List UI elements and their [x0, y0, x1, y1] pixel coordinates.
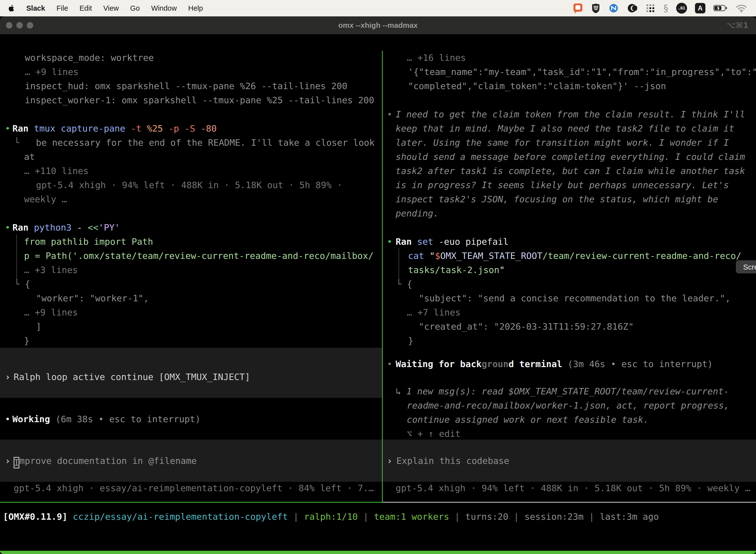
terminal-line: continue assigned work or next feasible …	[0, 412, 756, 427]
terminal-line: … +7 lines	[0, 305, 756, 320]
percent-badge-icon[interactable]: ..61	[676, 3, 687, 14]
squiggle-icon[interactable]: §	[664, 3, 668, 14]
menu-app-name[interactable]: Slack	[26, 4, 45, 12]
terminal-line: "completed","claim_token":"claim-token"}…	[0, 79, 756, 93]
window-shortcut-badge: ⌥⌘1	[727, 16, 749, 34]
terminal-line: ⌥ + ↑ edit	[0, 427, 756, 441]
terminal-line: is in progress? It seems likely but perh…	[0, 178, 756, 192]
screen-tooltip: Scre	[736, 260, 756, 273]
terminal-line: task2 after task1 is complete, but can I…	[0, 164, 756, 178]
wifi-icon[interactable]	[736, 4, 747, 12]
terminal-line: └ {	[0, 277, 756, 291]
right-pane-bottom-border	[383, 502, 756, 503]
terminal-line: inspect task2's JSON, focusing on the st…	[0, 192, 756, 206]
terminal-line: pending.	[0, 206, 756, 220]
menu-item-window[interactable]: Window	[151, 4, 177, 12]
window-title: omx --xhigh --madmax	[0, 16, 756, 34]
terminal-line: readme-and-reco/mailbox/worker-1.json, a…	[0, 398, 756, 412]
terminal-line: ›Ralph loop active continue [OMX_TMUX_IN…	[0, 370, 756, 384]
terminal-line: •Waiting for background terminal (3m 46s…	[0, 357, 756, 371]
terminal-line: [OMX#0.11.9] cczip/essay/ai-reimplementa…	[0, 510, 756, 524]
terminal-line: keep that in mind. Maybe I also need the…	[0, 121, 756, 135]
terminal-line: ›Explain this codebase	[0, 454, 756, 468]
menu-bar: Slack FileEditViewGoWindowHelp § ..61 A	[0, 0, 756, 16]
terminal-line: inspect_worker-1: omx sparkshell --tmux-…	[0, 93, 756, 107]
terminal-line: should send a message before completing …	[0, 150, 756, 164]
terminal-line: cat "$OMX_TEAM_STATE_ROOT/team/review-cu…	[0, 249, 756, 263]
battery-icon[interactable]	[713, 4, 728, 12]
shield-icon[interactable]	[591, 3, 601, 13]
window-title-bar[interactable]: omx --xhigh --madmax ⌥⌘1	[0, 16, 756, 34]
terminal-line: tasks/task-2.json"	[0, 263, 756, 277]
terminal-window: omx --xhigh --madmax ⌥⌘1 workspace_mode:…	[0, 16, 756, 554]
tmux-pane-divider[interactable]	[382, 51, 383, 503]
chat-app-icon[interactable]	[573, 3, 583, 14]
menu-item-go[interactable]: Go	[130, 4, 140, 12]
menu-item-edit[interactable]: Edit	[80, 4, 92, 12]
terminal-line: }	[0, 334, 756, 348]
tmux-host-clock-label: "MacBook-Pro-44.local" 05:03 31-Mar-26	[550, 551, 754, 554]
menu-item-view[interactable]: View	[104, 4, 119, 12]
terminal-content: workspace_mode: worktree… +9 linesinspec…	[0, 51, 756, 554]
dots-grid-icon[interactable]	[645, 3, 655, 13]
terminal-line: "subject": "send a concise recommendatio…	[0, 291, 756, 305]
terminal-line: •Ran python3 - <<'PY'	[0, 220, 756, 234]
menu-item-file[interactable]: File	[57, 4, 68, 12]
menu-bar-status-area: § ..61 A	[573, 3, 747, 14]
apple-menu-icon[interactable]	[8, 4, 15, 12]
keyboard-layout-icon[interactable]: A	[695, 3, 705, 13]
left-pane-bottom-border	[0, 502, 383, 503]
screenshot-root: Slack FileEditViewGoWindowHelp § ..61 A	[0, 0, 756, 554]
terminal-line: … +16 lines	[0, 51, 756, 65]
terminal-line: ↳ 1 new msg(s): read $OMX_TEAM_STATE_ROO…	[0, 384, 756, 398]
tmux-status-bar: [omx-cczip0:bash* "MacBook-Pro-44.local"…	[0, 551, 756, 554]
terminal-line: '{"team_name":"my-team","task_id":"1","f…	[0, 65, 756, 79]
terminal-line: gpt-5.4 xhigh · 94% left · 488K in · 5.1…	[0, 481, 756, 495]
messenger-badge-icon[interactable]	[609, 3, 619, 13]
terminal-line: "created_at": "2026-03-31T11:59:27.816Z"	[0, 320, 756, 334]
menu-item-help[interactable]: Help	[188, 4, 203, 12]
tmux-session-label[interactable]: [omx-cczip0:bash*	[2, 551, 93, 554]
terminal-line: •Ran set -euo pipefail	[0, 234, 756, 249]
moon-focus-icon[interactable]	[627, 3, 637, 13]
terminal-line: later. Using the same for transition mig…	[0, 135, 756, 150]
terminal-line: •I need to get the claim token from the …	[0, 107, 756, 121]
